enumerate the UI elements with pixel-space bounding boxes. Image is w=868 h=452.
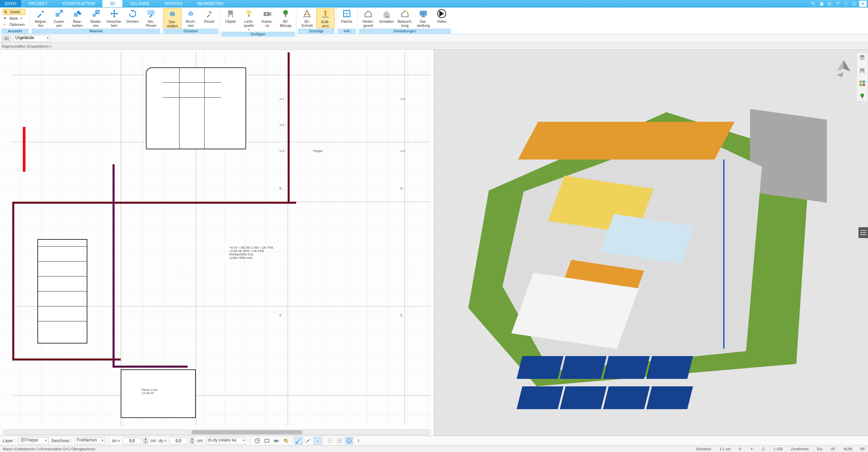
close-doc-icon[interactable]: ✕ [859,1,867,7]
svg-point-32 [861,94,864,97]
terrain-combo[interactable]: Urgelände [13,35,50,42]
einst-schatten-button[interactable]: Schatten [377,8,396,23]
zuweisen-button[interactable]: Zuwei- sen [50,8,68,28]
darstellen-button[interactable]: Dar- stellen [163,8,182,28]
right-panel-handle[interactable] [858,227,868,238]
palette-icon[interactable] [858,79,867,88]
snap-endpoint-icon[interactable] [294,437,303,445]
optionen-button[interactable]: + Optionen [3,22,25,27]
geschoss-label: Geschoss : [51,438,72,443]
status-num: NUM [844,447,852,451]
status-unit: Zentimeter [791,447,809,451]
coord-mode-combo[interactable]: dx,dy (relativ ka [205,437,246,444]
selekt-button[interactable]: Selekt [3,9,25,15]
drehen-button[interactable]: Drehen [123,8,142,23]
svg-point-42 [330,438,330,439]
view-3d-panel[interactable] [434,50,868,436]
kollision-button[interactable]: Kolli- sion [316,8,335,28]
verschieben-button[interactable]: Verschie- ben [105,8,123,28]
abgreifen-label: Abgrei- fen [35,19,47,28]
dx-input[interactable] [123,437,141,444]
abgreifen-button[interactable]: Abgrei- fen [32,8,50,28]
menu-3d[interactable]: 3D [102,0,122,7]
furniture-icon[interactable] [858,66,867,75]
selekt-label: Selekt [10,10,20,14]
building-roof [518,122,735,160]
status-uf: UF [831,447,836,451]
menubar-spacer [231,0,810,7]
scrollbar-thumb[interactable] [191,430,303,434]
einst-darstellung-button[interactable]: Dar- stellung [414,8,432,28]
plan-horizontal-scrollbar[interactable] [3,430,431,435]
svg-rect-24 [421,16,425,17]
glass-column [723,160,725,349]
grid-lines-icon[interactable] [336,437,344,445]
svg-point-47 [328,442,328,443]
menu-sichten[interactable]: SICHTEN [157,0,190,7]
pinsel-button[interactable]: Pinsel [200,8,218,23]
snap-plane-icon[interactable] [313,437,322,445]
svg-rect-2 [93,14,96,17]
info-icon[interactable]: i [355,437,363,445]
north-icon[interactable]: N [345,437,353,445]
restore-doc-icon[interactable]: ▢ [851,1,857,7]
flaeche-button[interactable]: Fläche [338,8,356,23]
grid-dots-icon[interactable] [326,437,334,445]
layers-icon[interactable] [858,53,867,62]
verschieben-label: Verschie- ben [106,19,122,28]
skalieren-button[interactable]: Skalie- ren [87,8,105,28]
dx-up[interactable]: ▴ [143,437,148,441]
folder-icon[interactable]: 🗀 [827,1,833,7]
snap-midpoint-icon[interactable] [304,437,312,445]
lichtquelle-button[interactable]: Licht- quelle ▾ [240,8,258,32]
schnitt3d-button[interactable]: 3D- Schnitt [298,8,316,28]
layer-combo[interactable]: 2DTreppe [18,437,49,444]
building-annex [750,109,827,203]
hin-pinsel-button[interactable]: Hin. Pinsel [142,8,160,28]
hintergrund-button[interactable]: Hinter- grund [359,8,377,28]
minimize-doc-icon[interactable]: – [843,1,849,7]
beleuchtung-button[interactable]: Beleuch- tung [396,8,414,28]
plan-2d-panel[interactable]: A.1 A.2 A.3 A.1 A.3 D D E E Treppe +0.00… [0,50,434,436]
mark-button[interactable]: ✦ Mark. ▾ [3,16,25,21]
menu-gelaende[interactable]: GELÄNDE [122,0,157,7]
help-icon[interactable]: ? [835,1,841,7]
menu-bearbeiten[interactable]: BEARBEITEN [190,0,231,7]
frame-icon[interactable] [263,437,271,445]
tag-a3: A.3 [279,149,284,153]
svg-rect-26 [860,71,861,73]
bitmap3d-label: 3D- Bitmap [280,19,291,28]
camera2-icon[interactable] [272,437,280,445]
tree-side-icon[interactable] [858,92,867,101]
property-bar[interactable]: Eigenschaften (Doppelklick)-> [0,43,868,50]
dy-input[interactable] [169,437,188,444]
svg-point-21 [406,11,408,13]
pencil-icon[interactable]: ✎ [810,1,816,7]
menu-projekt[interactable]: PROJEKT [21,0,55,7]
svg-rect-7 [228,15,229,17]
dx-down[interactable]: ▾ [143,441,148,444]
menu-bar: DATEI PROJEKT KONSTRUKTION 3D GELÄNDE SI… [0,0,868,7]
dy-down[interactable]: ▾ [190,441,194,444]
bearbeiten-button[interactable]: Bear- beiten [68,8,87,28]
ribbon: Selekt ✦ Mark. ▾ + Optionen Auswahl Abgr… [0,7,868,34]
chair-icon [226,9,235,18]
room-label: Raum 1141 17.48 m² [142,388,158,395]
objekt-button[interactable]: Objekt [221,8,240,23]
menu-datei[interactable]: DATEI [0,0,21,7]
view-badge-3d[interactable]: 3D [2,35,11,41]
hinpinsel-label: Hin. Pinsel [146,19,156,28]
svg-rect-23 [422,16,425,16]
bitmap3d-button[interactable]: 3D- Bitmap [276,8,295,28]
clock-icon[interactable] [253,437,261,445]
video-button[interactable]: Video [432,8,451,23]
window-icon[interactable]: ▣ [818,1,824,7]
geschoss-combo[interactable]: Freiflächen [74,437,105,444]
dy-up[interactable]: ▴ [190,437,194,441]
dy-label: dy = [159,438,167,443]
stack-icon[interactable] [282,437,290,445]
rechnen-button[interactable]: Rech- nen [182,8,200,28]
orientation-compass[interactable] [830,58,857,85]
kamera-button[interactable]: Kame- ra [258,8,276,28]
menu-konstruktion[interactable]: KONSTRUKTION [55,0,102,7]
